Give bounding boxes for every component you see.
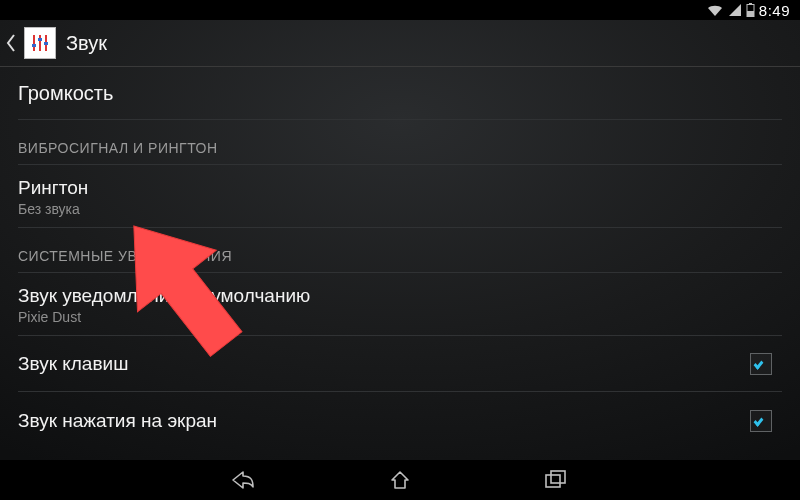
category-vibrate-label: ВИБРОСИГНАЛ И РИНГТОН: [18, 140, 782, 156]
wifi-icon: [706, 3, 724, 17]
category-vibrate-ringtone: ВИБРОСИГНАЛ И РИНГТОН: [18, 120, 782, 165]
ringtone-row[interactable]: Рингтон Без звука: [18, 165, 782, 228]
settings-list: Громкость ВИБРОСИГНАЛ И РИНГТОН Рингтон …: [0, 66, 800, 460]
page-title: Звук: [66, 32, 107, 55]
action-bar: Звук: [0, 20, 800, 67]
app-equalizer-icon[interactable]: [24, 27, 56, 59]
svg-rect-8: [44, 42, 48, 45]
signal-icon: [728, 3, 742, 17]
svg-rect-6: [32, 44, 36, 47]
nav-back-button[interactable]: [226, 462, 262, 498]
status-bar: 8:49: [0, 0, 800, 20]
touch-sounds-row[interactable]: Звук нажатия на экран: [18, 392, 782, 432]
default-notification-row[interactable]: Звук уведомлений по умолчанию Pixie Dust: [18, 273, 782, 336]
volume-label: Громкость: [18, 82, 782, 105]
dialpad-sounds-label: Звук клавиш: [18, 353, 128, 375]
default-notification-label: Звук уведомлений по умолчанию: [18, 285, 782, 307]
category-system: СИСТЕМНЫЕ УВЕДОМЛЕНИЯ: [18, 228, 782, 273]
status-clock: 8:49: [759, 2, 790, 19]
ringtone-value: Без звука: [18, 201, 782, 217]
svg-rect-10: [551, 471, 565, 483]
svg-rect-9: [546, 475, 560, 487]
default-notification-value: Pixie Dust: [18, 309, 782, 325]
ringtone-label: Рингтон: [18, 177, 782, 199]
category-system-label: СИСТЕМНЫЕ УВЕДОМЛЕНИЯ: [18, 248, 782, 264]
dialpad-sounds-checkbox[interactable]: [750, 353, 772, 375]
back-icon[interactable]: [4, 28, 18, 58]
battery-icon: [746, 3, 755, 17]
svg-rect-7: [38, 38, 42, 41]
touch-sounds-label: Звук нажатия на экран: [18, 410, 217, 432]
dialpad-sounds-row[interactable]: Звук клавиш: [18, 336, 782, 392]
navigation-bar: [0, 460, 800, 500]
nav-recents-button[interactable]: [538, 462, 574, 498]
volume-row[interactable]: Громкость: [18, 66, 782, 120]
nav-home-button[interactable]: [382, 462, 418, 498]
touch-sounds-checkbox[interactable]: [750, 410, 772, 432]
svg-rect-2: [747, 11, 754, 17]
